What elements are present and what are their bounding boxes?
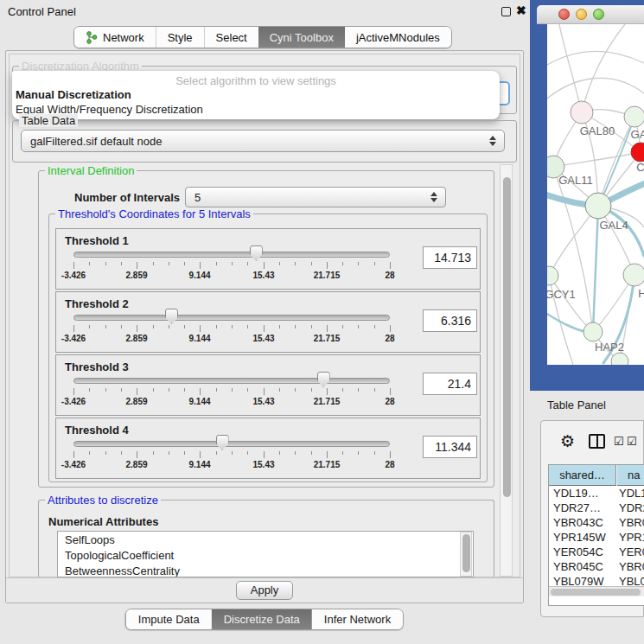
threshold-2-label: Threshold 2 [65,297,129,310]
node-label: GAL4 [599,219,628,232]
dropdown-option-manual[interactable]: Manual Discretization [16,88,131,101]
node-label: GAL80 [580,124,615,137]
attributes-group-label: Attributes to discretize [45,494,161,507]
node-partial-low-right[interactable] [623,264,644,286]
tab-select[interactable]: Select [204,27,258,48]
checkbox-icon[interactable]: ☑ [627,435,637,448]
threshold-4-panel: Threshold 4 -3.426 2.859 9.144 15.43 21.… [55,418,481,479]
table-row[interactable]: YBR043CYBR0 [549,515,644,530]
threshold-3-value-field[interactable]: 21.4 [423,373,477,395]
threshold-4-label: Threshold 4 [65,424,129,437]
tick-label: -3.426 [48,334,99,343]
threshold-1-slider-track[interactable] [73,252,390,258]
threshold-2-slider-track[interactable] [73,315,390,321]
threshold-4-value-field[interactable]: 11.344 [423,436,477,458]
node-label: GAL11 [558,174,593,187]
table-horizontal-scrollbar[interactable] [549,586,644,596]
threshold-3-slider-track[interactable] [73,378,390,384]
num-intervals-spinner[interactable]: 5 [185,187,446,207]
node-bottom[interactable] [611,353,628,365]
threshold-2-value-field[interactable]: 6.316 [423,309,477,332]
tick-label: 9.144 [174,334,226,343]
apply-button[interactable]: Apply [236,581,293,600]
zoom-traffic-light[interactable] [593,9,604,20]
screen: Control Panel ✖ Network Style Select Cyn… [0,0,644,644]
column-header-name[interactable]: na [617,465,644,486]
tick-label: 2.859 [111,397,163,406]
checkbox-icon[interactable]: ☑ [614,435,624,448]
threshold-1-slider-thumb[interactable] [250,245,263,261]
node-gal4[interactable] [585,193,611,219]
table-panel-title: Table Panel [547,399,606,411]
control-panel-titlebar: Control Panel ✖ [0,0,530,22]
table-rows: YDL19…YDL1 YDR27…YDR2 YBR043CYBR0 YPR145… [549,486,644,586]
tab-network-label: Network [103,31,144,44]
list-item[interactable]: SelfLoops [58,532,473,547]
threshold-4-slider-track[interactable] [73,441,390,447]
tick-label: -3.426 [48,397,99,406]
table-row[interactable]: YDL19…YDL1 [549,486,644,501]
float-icon[interactable] [501,7,511,16]
network-canvas[interactable]: GAL80 GA C GAL11 GAL4 GCY1 H HAP2 [547,24,644,365]
tab-style[interactable]: Style [156,27,204,48]
list-item[interactable]: TopologicalCoefficient [58,547,473,563]
numerical-attributes-list: SelfLoops TopologicalCoefficient Between… [57,531,474,577]
list-item[interactable]: BetweennessCentrality [58,563,473,577]
threshold-4-slider-thumb[interactable] [216,435,229,450]
tab-impute-data[interactable]: Impute Data [126,609,212,629]
close-icon[interactable]: ✖ [516,3,526,17]
tick-label: 9.144 [174,460,226,469]
network-icon [86,31,98,44]
threshold-4-ticks [56,451,480,460]
table-data-combobox[interactable]: galFiltered.sif default node [21,130,505,152]
tick-label: 21.715 [301,334,353,343]
table-row[interactable]: YBR045CYBR0 [549,559,644,574]
gear-icon[interactable]: ⚙ [560,431,575,451]
threshold-1-panel: Threshold 1 -3.426 2.859 9.144 15.43 21.… [55,228,481,290]
threshold-1-value-field[interactable]: 14.713 [423,246,477,269]
tick-label: -3.426 [48,460,99,469]
tab-discretize-data[interactable]: Discretize Data [212,609,312,629]
table-row[interactable]: YPR145WYPR1 [549,530,644,545]
table-row[interactable]: YBL079WYBL0 [549,574,644,586]
interval-definition-label: Interval Definition [45,164,137,177]
attributes-list-scrollbar[interactable] [460,532,472,577]
tick-label: 9.144 [174,271,226,280]
threshold-3-slider-thumb[interactable] [317,372,330,387]
tab-jactivemnodules-label: jActiveMNodules [356,31,440,44]
tab-cyni-toolbox[interactable]: Cyni Toolbox [258,27,345,48]
panel-title: Control Panel [8,5,76,18]
minimize-traffic-light[interactable] [576,9,587,20]
node-label: GCY1 [547,288,576,301]
table-row[interactable]: YER054CYER0 [549,545,644,559]
split-columns-icon[interactable] [589,434,605,449]
tick-label: 2.859 [111,460,163,469]
tab-cyni-toolbox-label: Cyni Toolbox [270,31,334,44]
tab-impute-data-label: Impute Data [138,613,200,626]
node-partial-top-right[interactable] [624,106,644,127]
tick-label: 21.715 [301,397,353,406]
tab-jactivemnodules[interactable]: jActiveMNodules [345,27,451,48]
network-window-titlebar[interactable] [537,5,644,24]
tick-label: 15.43 [238,460,290,469]
panel-scrollbar[interactable] [500,164,513,577]
threshold-2-panel: Threshold 2 -3.426 2.859 9.144 15.43 21.… [55,291,481,353]
threshold-1-label: Threshold 1 [65,234,129,247]
tab-infer-network[interactable]: Infer Network [312,609,403,629]
threshold-2-slider-thumb[interactable] [165,309,178,324]
bottom-tab-bar: Impute Data Discretize Data Infer Networ… [125,609,404,630]
tab-style-label: Style [168,31,193,44]
node-gal80[interactable] [571,101,593,124]
table-row[interactable]: YDR27…YDR2 [549,501,644,515]
column-header-shared-name[interactable]: shared… [549,465,616,486]
combo-stepper-icon [489,136,496,146]
table-data-label: Table Data [19,114,78,127]
node-selected-red[interactable] [631,143,644,162]
tab-network[interactable]: Network [74,27,156,48]
tab-infer-network-label: Infer Network [324,613,391,626]
tick-label: 21.715 [301,460,353,469]
node-label: GA [631,128,644,141]
node-hap2[interactable] [583,322,603,341]
node-gcy1[interactable] [547,266,558,285]
close-traffic-light[interactable] [558,9,570,20]
